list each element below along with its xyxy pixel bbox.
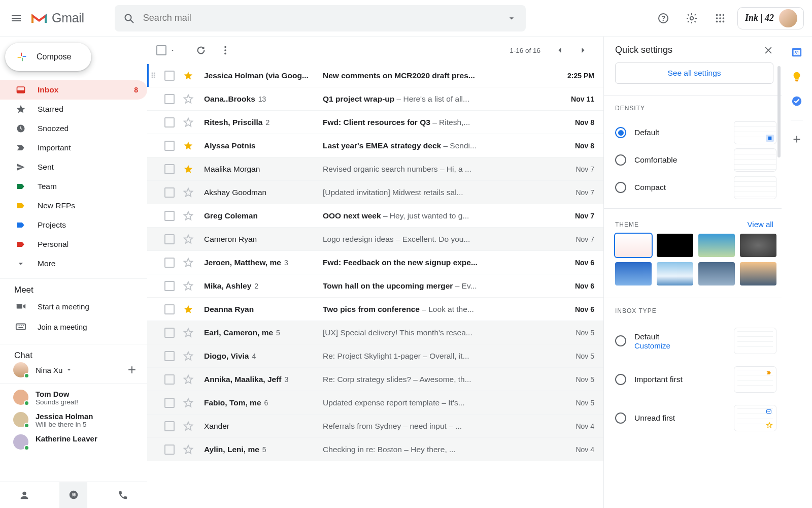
mail-checkbox[interactable] [164, 351, 175, 361]
mail-checkbox[interactable] [164, 258, 175, 268]
mail-checkbox[interactable] [164, 374, 175, 385]
chat-contact[interactable]: Jessica HolmanWill be there in 5 [0, 409, 147, 431]
nav-item-sent[interactable]: Sent [0, 157, 147, 177]
footer-phone-icon[interactable] [109, 482, 137, 509]
refresh-button[interactable] [190, 39, 212, 61]
radio-button[interactable] [615, 182, 626, 193]
mail-row[interactable]: ⠿ Ritesh, Priscilla2 Fwd: Client resourc… [147, 111, 603, 134]
chat-contact[interactable]: Katherine Leaver [0, 431, 147, 453]
search-icon[interactable] [119, 8, 139, 28]
mail-row[interactable]: ⠿ Diogo, Vivia4 Re: Project Skylight 1-p… [147, 344, 603, 368]
star-toggle[interactable] [183, 187, 195, 198]
search-input[interactable] [139, 13, 501, 23]
density-option-compact[interactable]: Compact [615, 174, 776, 201]
theme-tile[interactable] [740, 262, 776, 285]
compose-button[interactable]: Compose [5, 43, 91, 71]
mail-row[interactable]: ⠿ Xander Referrals from Sydney – need in… [147, 415, 603, 438]
star-toggle[interactable] [183, 327, 195, 338]
select-all-dropdown[interactable] [170, 47, 176, 53]
mail-checkbox[interactable] [164, 444, 175, 455]
star-toggle[interactable] [183, 70, 195, 81]
settings-scrollbar[interactable] [777, 66, 781, 157]
mail-checkbox[interactable] [164, 304, 175, 314]
inbox-type-important-first[interactable]: Important first [615, 360, 776, 399]
star-toggle[interactable] [183, 234, 195, 245]
star-toggle[interactable] [183, 280, 195, 292]
mail-checkbox[interactable] [164, 141, 175, 151]
mail-row[interactable]: ⠿ Mika, Ashley2 Town hall on the upcomin… [147, 274, 603, 298]
nav-item-personal[interactable]: Personal [0, 235, 147, 254]
nav-item-projects[interactable]: Projects [0, 215, 147, 235]
radio-button[interactable] [615, 154, 626, 166]
star-toggle[interactable] [183, 164, 195, 175]
mail-checkbox[interactable] [164, 164, 175, 174]
mail-row[interactable]: ⠿ Oana..Brooks13 Q1 project wrap-up – He… [147, 87, 603, 111]
mail-row[interactable]: ⠿ Deanna Ryan Two pics from conference –… [147, 298, 603, 321]
add-apps-button[interactable] [791, 134, 802, 145]
star-toggle[interactable] [183, 351, 195, 362]
mail-row[interactable]: ⠿ Alyssa Potnis Last year's EMEA strateg… [147, 134, 603, 157]
apps-button[interactable] [709, 7, 731, 29]
mail-row[interactable]: ⠿ Greg Coleman OOO next week – Hey, just… [147, 204, 603, 228]
star-toggle[interactable] [183, 304, 195, 315]
keep-app-icon[interactable] [791, 71, 802, 82]
inbox-type-default[interactable]: DefaultCustomize [615, 322, 776, 360]
search-bar[interactable] [115, 5, 526, 31]
theme-tile[interactable] [698, 234, 735, 257]
theme-tile[interactable] [615, 234, 652, 257]
chat-self-row[interactable]: Nina Xu + [0, 362, 147, 378]
chat-contact[interactable]: Tom DowSounds great! [0, 387, 147, 409]
mail-checkbox[interactable] [164, 211, 175, 221]
mail-row[interactable]: ⠿ Aylin, Leni, me5 Checking in re: Bosto… [147, 438, 603, 461]
mail-checkbox[interactable] [164, 234, 175, 244]
settings-button[interactable] [681, 7, 703, 29]
drag-handle-icon[interactable]: ⠿ [147, 72, 159, 80]
calendar-app-icon[interactable]: 31 [791, 47, 802, 58]
theme-tile[interactable] [698, 262, 735, 285]
star-toggle[interactable] [183, 397, 195, 408]
mail-checkbox[interactable] [164, 71, 175, 81]
search-options-dropdown[interactable] [501, 8, 522, 28]
star-toggle[interactable] [183, 444, 195, 455]
star-toggle[interactable] [183, 117, 195, 128]
star-toggle[interactable] [183, 421, 195, 432]
nav-item-more[interactable]: More [0, 254, 147, 273]
star-toggle[interactable] [183, 93, 195, 105]
density-option-default[interactable]: Default [615, 119, 776, 146]
inbox-type-unread-first[interactable]: Unread first [615, 399, 776, 437]
gmail-logo[interactable]: Gmail [30, 11, 84, 25]
mail-checkbox[interactable] [164, 94, 175, 104]
mail-row[interactable]: ⠿ Fabio, Tom, me6 Updated expense report… [147, 391, 603, 415]
radio-button[interactable] [615, 335, 626, 346]
nav-item-team[interactable]: Team [0, 177, 147, 196]
close-settings-button[interactable] [763, 45, 773, 55]
nav-item-inbox[interactable]: Inbox 8 [0, 80, 147, 100]
mail-checkbox[interactable] [164, 398, 175, 408]
theme-tile[interactable] [615, 262, 652, 285]
theme-tile[interactable] [657, 262, 693, 285]
footer-contacts-icon[interactable] [11, 482, 39, 509]
mail-row[interactable]: ⠿ Earl, Cameron, me5 [UX] Special delive… [147, 321, 603, 344]
mail-row[interactable]: ⠿ Annika, Maalika, Jeff3 Re: Corp strate… [147, 368, 603, 391]
star-toggle[interactable] [183, 140, 195, 151]
page-next-button[interactable] [572, 39, 594, 61]
account-switcher[interactable]: Ink | 42 [737, 7, 804, 29]
tasks-app-icon[interactable] [791, 96, 802, 107]
radio-button[interactable] [615, 374, 626, 385]
mail-row[interactable]: ⠿ Akshay Goodman [Updated invitation] Mi… [147, 181, 603, 204]
mail-checkbox[interactable] [164, 281, 175, 291]
mail-checkbox[interactable] [164, 187, 175, 198]
theme-view-all-link[interactable]: View all [748, 220, 773, 229]
theme-tile[interactable] [740, 234, 776, 257]
mail-row[interactable]: ⠿ Jeroen, Matthew, me3 Fwd: Feedback on … [147, 251, 603, 274]
star-toggle[interactable] [183, 374, 195, 385]
mail-row[interactable]: ⠿ Maalika Morgan Revised organic search … [147, 157, 603, 181]
mail-checkbox[interactable] [164, 421, 175, 431]
nav-item-starred[interactable]: Starred [0, 100, 147, 119]
mail-checkbox[interactable] [164, 117, 175, 128]
customize-link[interactable]: Customize [634, 341, 726, 350]
page-prev-button[interactable] [549, 39, 571, 61]
radio-button[interactable] [615, 412, 626, 424]
start-meeting-button[interactable]: Start a meeting [0, 296, 147, 316]
radio-button[interactable] [615, 127, 626, 138]
